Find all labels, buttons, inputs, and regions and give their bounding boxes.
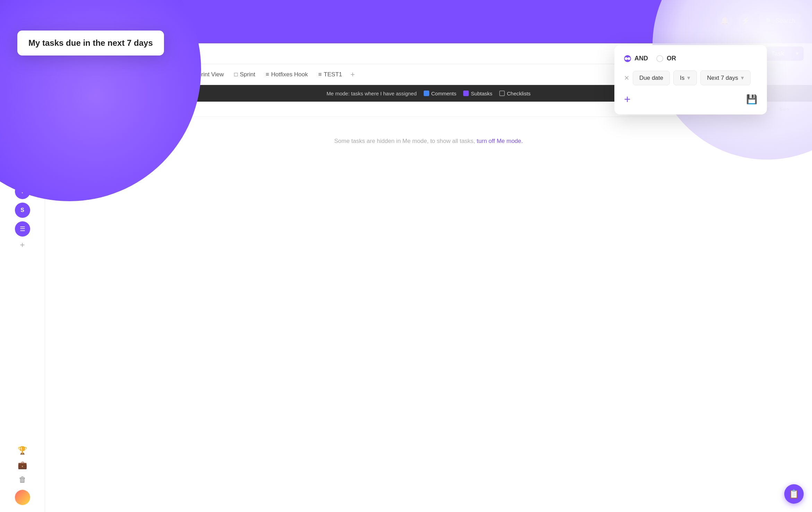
me-mode-text: Me mode: tasks where I have assigned [327, 91, 417, 96]
checklists-checkbox[interactable] [499, 91, 505, 96]
subtasks-toggle[interactable]: Subtasks [463, 91, 492, 96]
and-label: AND [634, 55, 648, 62]
goals-icon[interactable]: 🏆 [18, 446, 27, 455]
empty-state-text: Some tasks are hidden in Me mode, to sho… [334, 138, 475, 145]
sidebar-item-ws-5[interactable]: S [15, 203, 30, 218]
clipboard-icon: 📋 [789, 489, 799, 499]
filter-operator-selector[interactable]: Is ▾ [673, 70, 697, 85]
trash-icon[interactable]: 🗑 [19, 475, 26, 484]
avatar[interactable] [15, 490, 30, 505]
clipboard-fab-btn[interactable]: 📋 [784, 484, 804, 504]
test1-tab-icon: ≡ [318, 71, 322, 78]
filter-condition-row: ✕ Due date Is ▾ Next 7 days ▾ [624, 70, 757, 85]
filter-operator-label: Is [680, 75, 684, 82]
filter-popup: AND OR ✕ Due date Is ▾ Next 7 days ▾ + 💾 [614, 45, 767, 114]
filter-condition-close[interactable]: ✕ [624, 74, 629, 82]
hotfixes-tab-icon: ≡ [266, 71, 269, 78]
subtasks-label: Subtasks [471, 91, 492, 96]
filter-value-selector[interactable]: Next 7 days ▾ [700, 70, 751, 85]
or-label: OR [667, 55, 676, 62]
tab-test1[interactable]: ≡ TEST1 [313, 68, 347, 81]
sidebar-item-ws-6[interactable]: ☰ [15, 221, 30, 237]
sidebar-bottom: 🏆 💼 🗑 [15, 446, 30, 512]
tab-sprint[interactable]: □ Sprint [229, 68, 260, 81]
add-tab-btn[interactable]: + [348, 69, 358, 80]
checklists-label: Checklists [507, 91, 530, 96]
chevron-down-icon-value: ▾ [741, 74, 744, 82]
tab-sprint-label: Sprint [240, 71, 255, 78]
filter-actions-row: + 💾 [624, 94, 757, 105]
and-logic-btn[interactable]: AND [624, 55, 648, 62]
comments-toggle[interactable]: Comments [424, 91, 457, 96]
filter-logic-row: AND OR [624, 55, 757, 62]
tab-hotfixes-hook[interactable]: ≡ Hotfixes Hook [261, 68, 313, 81]
filter-save-btn[interactable]: 💾 [746, 94, 757, 105]
or-logic-btn[interactable]: OR [656, 55, 676, 62]
turn-off-me-mode-link[interactable]: turn off Me mode. [477, 138, 523, 145]
add-workspace-btn[interactable]: + [20, 240, 25, 250]
workspace-icon[interactable]: 💼 [18, 461, 27, 470]
tab-hotfixes-label: Hotfixes Hook [271, 71, 308, 78]
filter-field-label: Due date [639, 75, 663, 82]
tooltip-text: My tasks due in the next 7 days [28, 38, 153, 48]
or-radio [656, 55, 663, 62]
checklists-toggle[interactable]: Checklists [499, 91, 530, 96]
filter-field-selector[interactable]: Due date [633, 71, 670, 85]
sprint-tab-icon: □ [234, 71, 237, 78]
and-radio [624, 55, 631, 62]
comments-checkbox[interactable] [424, 91, 429, 96]
subtasks-checkbox[interactable] [463, 91, 469, 96]
comments-label: Comments [431, 91, 457, 96]
tooltip-left: My tasks due in the next 7 days [17, 31, 164, 56]
tab-test1-label: TEST1 [324, 71, 342, 78]
chevron-down-icon: ▾ [687, 74, 690, 82]
filter-add-condition-btn[interactable]: + [624, 94, 631, 105]
filter-value-label: Next 7 days [707, 75, 738, 82]
